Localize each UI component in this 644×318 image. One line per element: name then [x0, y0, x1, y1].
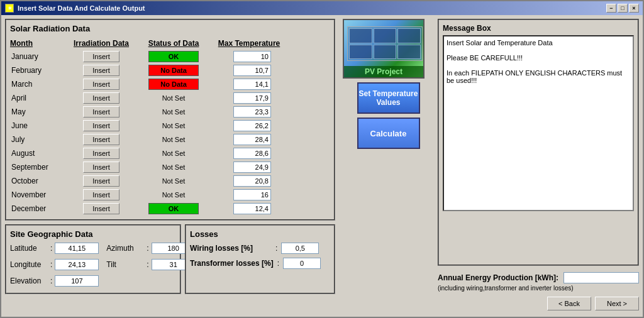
insert-button-november[interactable]: Insert — [83, 189, 119, 200]
transformer-losses-row: Transformer losses [%] : — [190, 258, 330, 269]
pv-cell-2 — [374, 28, 397, 43]
transformer-losses-label: Transformer losses [%] — [190, 259, 274, 268]
solar-section-title: Solar Radiation Data — [10, 24, 330, 33]
irradiation-column: Irradiation Data InsertInsertInsertInser… — [64, 37, 139, 216]
set-temperature-button[interactable]: Set TemperatureValues — [357, 82, 420, 114]
status-cell-august: Not Set — [148, 148, 199, 159]
close-button[interactable]: × — [629, 4, 639, 13]
insert-button-september[interactable]: Insert — [83, 162, 119, 173]
month-row: September — [10, 160, 64, 174]
calculate-button[interactable]: Calculate — [357, 118, 420, 149]
geo-row: Latitude : Longitute : Elevation — [10, 243, 176, 289]
status-cell-december: OK — [148, 203, 199, 214]
latitude-input[interactable] — [55, 243, 99, 254]
wiring-losses-input[interactable] — [281, 243, 319, 254]
maximize-button[interactable]: □ — [618, 4, 628, 13]
azimuth-colon: : — [147, 244, 148, 253]
insert-button-may[interactable]: Insert — [83, 106, 119, 118]
month-row: July — [10, 133, 64, 146]
month-row: March — [10, 77, 64, 91]
pv-image: PV Project — [343, 19, 425, 79]
temp-input-september[interactable] — [233, 162, 271, 173]
elevation-row: Elevation : — [10, 275, 99, 287]
pv-cell-3 — [397, 28, 421, 43]
longitude-label: Longitute — [10, 260, 48, 269]
losses-section-title: Losses — [190, 229, 330, 239]
insert-button-july[interactable]: Insert — [83, 134, 119, 145]
month-row: August — [10, 146, 64, 160]
status-cell-april: Not Set — [148, 92, 199, 104]
insert-button-december[interactable]: Insert — [83, 203, 119, 214]
status-header: Status of Data — [139, 37, 208, 50]
tilt-colon: : — [147, 260, 148, 269]
temp-input-may[interactable] — [233, 106, 271, 118]
pv-cell-5 — [374, 45, 397, 60]
month-row: May — [10, 105, 64, 119]
geo-section: Site Geographic Data Latitude : Longitut… — [5, 224, 181, 294]
transformer-losses-input[interactable] — [283, 258, 321, 269]
elevation-colon: : — [50, 277, 52, 285]
latitude-row: Latitude : — [10, 243, 99, 254]
next-button[interactable]: Next > — [595, 297, 639, 310]
middle-panel: PV Project Set TemperatureValues Calcula… — [343, 19, 434, 313]
main-window: ☀ Insert Solar Data And Calculate Output… — [0, 0, 644, 318]
status-rows: OKNo DataNo DataNot SetNot SetNot SetNot… — [139, 50, 208, 216]
month-row: November — [10, 188, 64, 202]
temp-input-august[interactable] — [233, 148, 271, 159]
insert-button-april[interactable]: Insert — [83, 92, 119, 104]
wiring-losses-row: Wiring losses [%] : — [190, 243, 330, 254]
temp-rows — [208, 50, 290, 216]
azimuth-row: Azimuth : — [106, 243, 195, 254]
insert-button-january[interactable]: Insert — [83, 51, 119, 62]
month-header: Month — [10, 37, 64, 50]
temp-input-january[interactable] — [233, 51, 271, 62]
back-button[interactable]: < Back — [547, 297, 591, 310]
month-label: July — [10, 135, 64, 144]
temp-input-november[interactable] — [233, 189, 271, 200]
latitude-label: Latitude — [10, 244, 48, 253]
annual-energy-input[interactable] — [564, 272, 639, 283]
elevation-input[interactable] — [55, 275, 99, 287]
insert-button-february[interactable]: Insert — [83, 65, 119, 76]
longitude-row: Longitute : — [10, 259, 99, 270]
temp-input-december[interactable] — [233, 203, 271, 214]
tilt-row: Tilt : — [106, 259, 195, 270]
message-textarea[interactable] — [443, 35, 634, 211]
pv-cell-6 — [397, 45, 421, 60]
pv-image-label: PV Project — [344, 66, 423, 77]
title-bar-buttons: − □ × — [606, 4, 639, 13]
main-content: Solar Radiation Data Month JanuaryFebrua… — [1, 15, 643, 317]
temp-input-june[interactable] — [233, 120, 271, 131]
month-label: September — [10, 163, 64, 172]
month-row: February — [10, 63, 64, 77]
pv-cell-4 — [349, 45, 372, 60]
minimize-button[interactable]: − — [606, 4, 616, 13]
insert-rows: InsertInsertInsertInsertInsertInsertInse… — [64, 50, 139, 216]
latitude-colon: : — [50, 244, 52, 253]
insert-button-june[interactable]: Insert — [83, 120, 119, 131]
longitude-colon: : — [50, 260, 52, 269]
temp-input-march[interactable] — [233, 79, 271, 90]
month-row: June — [10, 119, 64, 133]
temp-input-february[interactable] — [233, 65, 271, 76]
app-icon: ☀ — [5, 4, 14, 13]
insert-button-october[interactable]: Insert — [83, 175, 119, 187]
longitude-input[interactable] — [55, 259, 99, 270]
temp-input-april[interactable] — [233, 92, 271, 104]
temp-input-october[interactable] — [233, 175, 271, 187]
message-box-title: Message Box — [443, 24, 634, 33]
status-cell-september: Not Set — [148, 162, 199, 173]
insert-button-march[interactable]: Insert — [83, 79, 119, 90]
month-row: December — [10, 202, 64, 216]
insert-button-august[interactable]: Insert — [83, 148, 119, 159]
temp-input-july[interactable] — [233, 134, 271, 145]
irradiation-header: Irradiation Data — [64, 37, 139, 50]
month-label: August — [10, 149, 64, 158]
window-title: Insert Solar Data And Calculate Output — [18, 4, 145, 12]
status-cell-july: Not Set — [148, 134, 199, 145]
status-cell-january: OK — [148, 51, 199, 62]
month-row: October — [10, 174, 64, 188]
status-column: Status of Data OKNo DataNo DataNot SetNo… — [139, 37, 208, 216]
temp-column: Max Temperature — [208, 37, 290, 216]
annual-energy-section: Annual Energy Production [kWh]: (includi… — [438, 270, 639, 313]
